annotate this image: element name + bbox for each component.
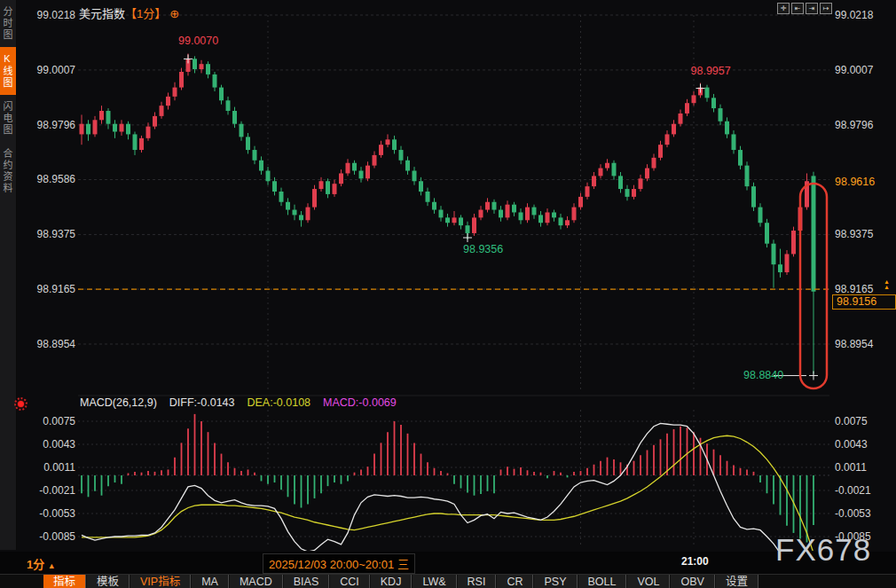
toolbar-tab-OBV[interactable]: OBV [670,575,714,588]
y-axis-tick-label: 98.9796 [29,119,75,131]
y-axis-tick-label: 98.9796 [835,119,873,131]
indicator-toolbar: 指标模板VIP指标MAMACDBIASCCIKDJLW&RSICRPSYBOLL… [0,574,896,588]
y-axis-tick-label: 98.8954 [835,338,873,350]
marked-high-price-label: 98.9616 [835,176,875,188]
toolbar-tab-CCI[interactable]: CCI [329,575,370,588]
toolbar-tab-模板[interactable]: 模板 [86,575,130,588]
toolbar-tab-PSY[interactable]: PSY [533,575,577,588]
chart-type-sidebar: 分时图K线图闪电图合约资料 [0,0,17,550]
current-price-box: 98.9156 [832,294,896,310]
pan-tool-icon[interactable]: ✛ [777,3,790,14]
y-axis-tick-label: -0.0053 [835,507,871,520]
y-axis-tick-label: 0.0075 [29,415,75,427]
low-price-annotation: 98.8840 [743,369,783,381]
low-price-annotation: 98.9356 [463,243,503,255]
sidebar-item-0[interactable]: 分时图 [0,0,16,47]
indicator-alert-icon[interactable] [18,401,24,407]
toolbar-tab-指标[interactable]: 指标 [43,575,86,588]
y-axis-tick-label: 98.9165 [29,283,75,295]
shift-left-icon[interactable]: ⇤ [791,3,804,14]
y-axis-tick-label: 98.9586 [29,173,75,185]
y-axis-tick-label: 99.0218 [835,9,873,21]
y-axis-tick-label: 0.0011 [835,461,867,474]
y-axis-tick-label: -0.0085 [29,530,75,543]
sidebar-item-1[interactable]: K线图 [0,47,16,95]
y-axis-tick-label: 98.9375 [29,228,75,240]
price-alert-arrows-icon: ▲ ▲ [884,279,890,290]
chart-title: 美元指数【1分】⊕ [79,4,179,21]
chart-window-controls: ✛⇤⇥↦ [777,3,832,14]
high-price-annotation: 99.0070 [178,35,218,47]
y-axis-tick-label: 0.0075 [835,415,868,427]
toolbar-tab-BIAS[interactable]: BIAS [283,575,330,588]
y-axis-tick-label: 99.0007 [29,64,75,76]
y-axis-tick-label: -0.0021 [29,484,75,497]
y-axis-tick-label: 99.0007 [835,64,873,76]
period-selector[interactable]: 1分 ▲ [27,555,56,572]
toolbar-tab-MA[interactable]: MA [191,575,229,588]
y-axis-tick-label: -0.0021 [835,484,871,497]
high-price-annotation: 98.9957 [691,65,731,77]
candlestick-chart-canvas[interactable] [0,0,896,588]
toolbar-tab-VOL[interactable]: VOL [626,575,670,588]
chevron-up-icon: ▲ [48,561,56,570]
macd-indicator-header: MACD(26,12,9) DIFF:-0.0143 DEA:-0.0108 M… [80,396,397,409]
time-axis-strip: 1分 ▲ 2025/12/03 20:00~20:01 三 21:00 [0,552,896,574]
y-axis-tick-label: 98.9165 [835,283,873,295]
brand-watermark: FX678 [775,532,871,568]
y-axis-tick-label: 99.0218 [29,9,75,21]
y-axis-tick-label: 98.8954 [29,338,75,350]
toolbar-tab-LW&[interactable]: LW& [412,575,456,588]
add-indicator-icon[interactable]: ⊕ [169,7,179,20]
y-axis-tick-label: 0.0011 [29,461,75,474]
y-axis-tick-label: 0.0043 [835,438,868,451]
period-badge: 【1分】 [125,7,166,20]
sidebar-item-2[interactable]: 闪电图 [0,95,16,142]
shift-right-icon[interactable]: ⇥ [806,3,818,14]
sidebar-item-3[interactable]: 合约资料 [0,142,16,200]
toolbar-tab-VIP指标[interactable]: VIP指标 [130,575,191,588]
macd-macd-value: MACD:-0.0069 [323,396,397,409]
toolbar-tab-RSI[interactable]: RSI [457,575,497,588]
toolbar-tab-设置[interactable]: 设置 [715,575,758,588]
crosshair-time-label: 2025/12/03 20:00~20:01 三 [263,553,415,574]
y-axis-tick-label: -0.0053 [29,507,75,520]
symbol-name: 美元指数 [79,7,125,20]
toolbar-tab-MACD[interactable]: MACD [229,575,283,588]
y-axis-tick-label: 98.9375 [835,228,873,240]
trading-app-window: 分时图K线图闪电图合约资料 美元指数【1分】⊕ ✛⇤⇥↦ 99.007098.9… [0,0,896,588]
macd-diff-value: DIFF:-0.0143 [169,396,235,409]
x-axis-time-tick: 21:00 [681,555,709,568]
toolbar-tab-CR[interactable]: CR [496,575,533,588]
macd-dea-value: DEA:-0.0108 [247,396,310,409]
y-axis-tick-label: 0.0043 [29,438,75,451]
macd-params-label: MACD(26,12,9) [80,396,157,409]
toolbar-tab-BOLL[interactable]: BOLL [578,575,627,588]
detach-window-icon[interactable]: ↦ [820,3,832,14]
toolbar-tab-KDJ[interactable]: KDJ [370,575,413,588]
